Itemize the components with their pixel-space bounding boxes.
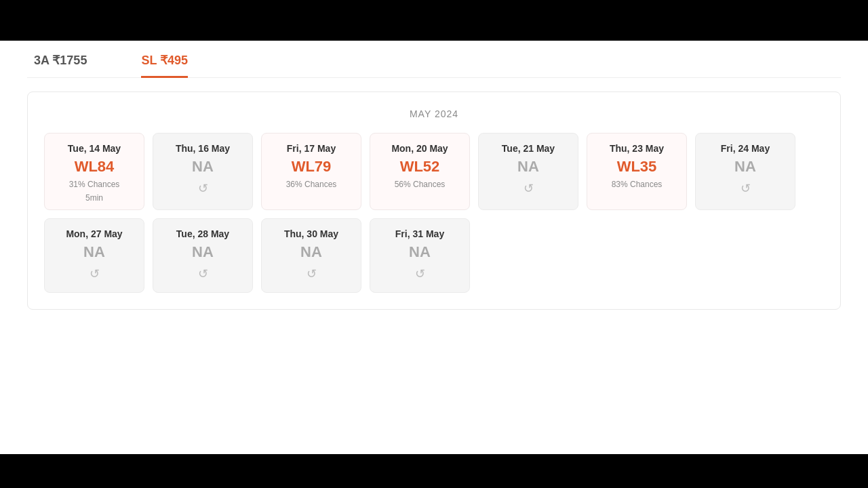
date-label: Fri, 17 May: [287, 143, 336, 154]
refresh-icon: ↺: [198, 181, 208, 196]
date-label: Tue, 14 May: [68, 143, 121, 154]
date-card-thu-16[interactable]: Thu, 16 May NA ↺: [153, 133, 253, 210]
bottom-bar: [0, 454, 868, 488]
date-label: Thu, 23 May: [610, 143, 664, 154]
refresh-icon: ↺: [524, 181, 534, 196]
chances-text: 56% Chances: [395, 180, 446, 189]
wl-value: WL52: [400, 158, 440, 176]
date-label: Fri, 24 May: [721, 143, 770, 154]
date-label: Tue, 21 May: [502, 143, 555, 154]
chances-text: 31% Chances: [69, 180, 120, 189]
tab-sl[interactable]: SL ₹495: [141, 53, 188, 78]
date-row-1: Tue, 14 May WL84 31% Chances 5min Thu, 1…: [44, 133, 824, 210]
refresh-icon: ↺: [307, 266, 317, 281]
tabs: 3A ₹1755 SL ₹495: [27, 41, 841, 78]
date-label: Thu, 30 May: [284, 228, 338, 239]
top-bar: [0, 0, 868, 41]
na-value: NA: [192, 158, 214, 176]
date-card-thu-23[interactable]: Thu, 23 May WL35 83% Chances: [587, 133, 687, 210]
date-card-tue-21[interactable]: Tue, 21 May NA ↺: [478, 133, 578, 210]
wl-value: WL84: [75, 158, 115, 176]
refresh-icon: ↺: [90, 266, 100, 281]
date-label: Mon, 20 May: [391, 143, 448, 154]
date-label: Mon, 27 May: [66, 228, 122, 239]
na-value: NA: [517, 158, 539, 176]
date-card-fri-24[interactable]: Fri, 24 May NA ↺: [695, 133, 795, 210]
na-value: NA: [192, 243, 214, 261]
wl-value: WL79: [292, 158, 332, 176]
na-value: NA: [409, 243, 431, 261]
date-card-tue-14[interactable]: Tue, 14 May WL84 31% Chances 5min: [44, 133, 144, 210]
date-card-tue-28[interactable]: Tue, 28 May NA ↺: [153, 218, 253, 293]
date-row-2: Mon, 27 May NA ↺ Tue, 28 May NA ↺ Thu, 3…: [44, 218, 824, 293]
date-label: Tue, 28 May: [176, 228, 229, 239]
date-label: Fri, 31 May: [395, 228, 444, 239]
na-value: NA: [300, 243, 322, 261]
refresh-icon: ↺: [198, 266, 208, 281]
date-card-mon-27[interactable]: Mon, 27 May NA ↺: [44, 218, 144, 293]
refresh-icon: ↺: [741, 181, 751, 196]
refresh-icon: ↺: [415, 266, 425, 281]
main-content: 3A ₹1755 SL ₹495 MAY 2024 Tue, 14 May WL…: [0, 41, 868, 454]
calendar-container: MAY 2024 Tue, 14 May WL84 31% Chances 5m…: [27, 92, 841, 310]
date-card-mon-20[interactable]: Mon, 20 May WL52 56% Chances: [370, 133, 470, 210]
date-card-thu-30[interactable]: Thu, 30 May NA ↺: [261, 218, 361, 293]
chances-text: 83% Chances: [612, 180, 663, 189]
tab-3a[interactable]: 3A ₹1755: [34, 53, 87, 78]
date-card-fri-17[interactable]: Fri, 17 May WL79 36% Chances: [261, 133, 361, 210]
extra-text: 5min: [85, 193, 103, 203]
month-label: MAY 2024: [44, 108, 824, 119]
chances-text: 36% Chances: [286, 180, 337, 189]
date-grid: Tue, 14 May WL84 31% Chances 5min Thu, 1…: [44, 133, 824, 293]
date-label: Thu, 16 May: [176, 143, 230, 154]
na-value: NA: [83, 243, 105, 261]
date-card-fri-31[interactable]: Fri, 31 May NA ↺: [370, 218, 470, 293]
wl-value: WL35: [617, 158, 657, 176]
na-value: NA: [734, 158, 756, 176]
